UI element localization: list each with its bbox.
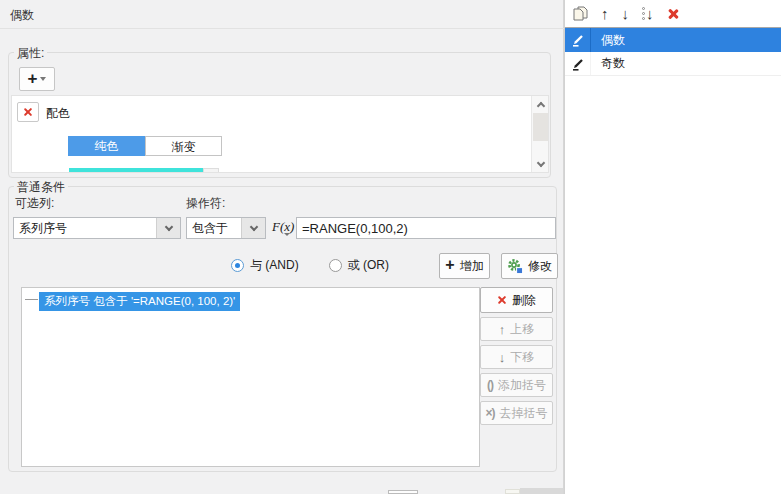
- add-bracket-button[interactable]: () 添加括号: [480, 373, 553, 397]
- properties-scrollbar[interactable]: [531, 96, 548, 172]
- copy-icon[interactable]: [573, 6, 588, 21]
- add-property-button[interactable]: +: [19, 67, 55, 91]
- column-select[interactable]: 系列序号: [13, 217, 181, 239]
- attribute-list-panel: ↑ ↓ ↓ 偶数: [564, 0, 781, 494]
- delete-condition-button[interactable]: 删除: [480, 287, 553, 313]
- fx-icon: F(x): [272, 221, 294, 233]
- column-field-label: 可选列:: [15, 195, 54, 212]
- move-up-icon[interactable]: ↑: [601, 6, 609, 21]
- gear-icon: [507, 258, 523, 274]
- move-to-position-icon[interactable]: ↓: [642, 6, 654, 21]
- edit-pencil-icon[interactable]: [565, 52, 591, 75]
- add-bracket-label: 添加括号: [498, 377, 546, 394]
- clipped-bottom-element: [520, 488, 563, 494]
- properties-groupbox: 属性: + 配色 纯色 渐变: [8, 52, 551, 178]
- chevron-down-icon: [156, 218, 180, 238]
- operator-select-value: 包含于: [187, 220, 241, 237]
- chevron-down-icon: [40, 77, 46, 81]
- tab-gradient[interactable]: 渐变: [145, 136, 222, 156]
- move-down-icon[interactable]: ↓: [622, 6, 630, 21]
- move-condition-up-button[interactable]: ↑ 上移: [480, 317, 553, 341]
- color-mode-tabs: 纯色 渐变: [68, 136, 222, 156]
- properties-group-label: 属性:: [14, 45, 47, 62]
- tree-branch-line: [25, 299, 38, 300]
- arrow-down-icon: ↓: [499, 351, 506, 364]
- move-down-label: 下移: [510, 349, 534, 366]
- scrollbar-thumb[interactable]: [533, 113, 548, 141]
- modify-condition-button[interactable]: 修改: [501, 253, 558, 279]
- list-item-even[interactable]: 偶数: [565, 28, 781, 52]
- add-condition-button[interactable]: + 增加: [439, 253, 490, 279]
- properties-scroll-pane: 配色 纯色 渐变: [11, 95, 549, 173]
- add-condition-label: 增加: [460, 258, 484, 275]
- plus-icon: +: [28, 70, 38, 87]
- delete-icon: [23, 107, 33, 117]
- and-radio[interactable]: [231, 259, 244, 272]
- color-property-label: 配色: [46, 105, 70, 122]
- move-condition-down-button[interactable]: ↓ 下移: [480, 345, 553, 369]
- or-radio[interactable]: [329, 259, 342, 272]
- clipped-bottom-button: [388, 490, 418, 494]
- clipped-bottom-element: [505, 489, 520, 494]
- operator-select[interactable]: 包含于: [186, 217, 266, 239]
- remove-bracket-button[interactable]: ×) 去掉括号: [480, 401, 553, 425]
- arrow-up-icon: ↑: [499, 323, 506, 336]
- attribute-condition-dialog: 偶数 属性: + 配色 纯色 渐变: [0, 0, 781, 494]
- color-swatch-edge: [203, 168, 219, 173]
- list-item-label: 奇数: [591, 55, 625, 72]
- move-up-label: 上移: [510, 321, 534, 338]
- remove-bracket-label: 去掉括号: [500, 405, 548, 422]
- column-select-value: 系列序号: [14, 220, 156, 237]
- formula-editor-button[interactable]: F(x): [272, 217, 294, 239]
- common-condition-groupbox: 普通条件 可选列: 系列序号 操作符: 包含于 F(x) 与 (AND) 或 (…: [8, 186, 557, 472]
- and-radio-label: 与 (AND): [250, 257, 299, 274]
- scroll-down-icon[interactable]: [532, 156, 549, 172]
- chevron-down-icon: [284, 233, 290, 236]
- formula-input[interactable]: [296, 217, 556, 239]
- condition-group-label: 普通条件: [14, 179, 68, 196]
- delete-icon: [497, 295, 507, 305]
- operator-field-label: 操作符:: [186, 195, 225, 212]
- or-radio-label: 或 (OR): [348, 257, 389, 274]
- plus-icon: +: [445, 257, 454, 273]
- list-item-odd[interactable]: 奇数: [565, 52, 781, 76]
- scroll-up-icon[interactable]: [532, 96, 549, 112]
- list-item-label: 偶数: [591, 32, 625, 49]
- condition-list-item[interactable]: 系列序号 包含于 '=RANGE(0, 100, 2)': [39, 292, 240, 311]
- chevron-down-icon: [241, 218, 265, 238]
- delete-condition-label: 删除: [512, 292, 536, 309]
- edit-pencil-icon[interactable]: [565, 28, 591, 52]
- modify-condition-label: 修改: [528, 258, 552, 275]
- title-divider: [0, 28, 564, 29]
- color-swatch[interactable]: [69, 168, 203, 173]
- list-toolbar: ↑ ↓ ↓: [565, 0, 781, 28]
- remove-color-property-button[interactable]: [17, 102, 39, 122]
- delete-icon: [667, 8, 679, 20]
- delete-item-icon[interactable]: [667, 8, 679, 20]
- condition-editor-panel: 偶数 属性: + 配色 纯色 渐变: [0, 0, 564, 494]
- logic-radio-group: 与 (AND) 或 (OR): [231, 257, 413, 274]
- brackets-icon: (): [487, 378, 493, 392]
- remove-brackets-icon: ×): [485, 406, 494, 420]
- tab-solid-color[interactable]: 纯色: [68, 136, 145, 156]
- dots-icon: [642, 7, 645, 20]
- page-title: 偶数: [10, 7, 34, 24]
- condition-list[interactable]: 系列序号 包含于 '=RANGE(0, 100, 2)': [21, 287, 480, 467]
